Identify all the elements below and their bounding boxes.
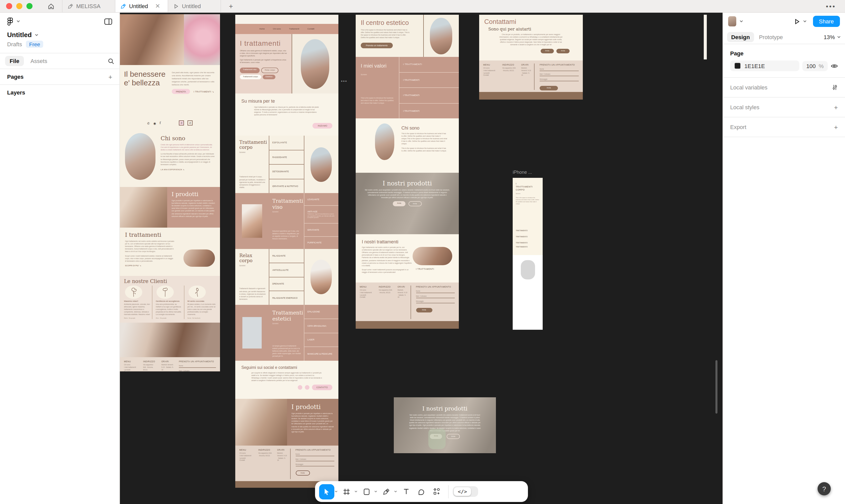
chevron-down-icon[interactable]: [803, 20, 807, 23]
invia-button: Invia: [408, 201, 421, 206]
invia-button: Invia: [295, 470, 310, 475]
top-bar: MELISSA Untitled ✕ Untitled + •••: [0, 0, 845, 13]
move-tool-chevron[interactable]: [334, 490, 338, 493]
plan-badge[interactable]: Free: [26, 41, 43, 48]
estetici-title: Trattamenti estetici: [272, 310, 301, 322]
frame-tool-chevron[interactable]: [354, 490, 358, 493]
frame-contact-page[interactable]: Contattami Sono qui per aiutarti Che sia…: [479, 15, 583, 100]
viso-row: LEVIGANTE: [304, 193, 338, 205]
local-variables-section[interactable]: Local variables: [723, 78, 845, 97]
page-color-input[interactable]: 1E1E1E: [730, 60, 799, 71]
shape-tool[interactable]: [359, 484, 374, 499]
frame-centro-estetico-page[interactable]: Il centro estetico This is the space to …: [356, 15, 459, 329]
frame-options-ellipsis[interactable]: •••: [341, 79, 347, 84]
relax-title: Relax corpo: [239, 253, 265, 264]
trattamenti-link: I TRATTAMENTI: [416, 268, 434, 270]
chi-sono-title: Chi sono: [161, 135, 215, 142]
text-tool[interactable]: [398, 484, 414, 499]
comment-tool[interactable]: [414, 484, 429, 499]
relax-row: RILASSANTE: [269, 249, 304, 263]
file-title[interactable]: Untitled: [0, 30, 120, 39]
variables-sliders-icon[interactable]: [832, 84, 838, 90]
tag-trattamenti-viso: Trattamenti viso: [240, 67, 260, 73]
tab-melissa[interactable]: MELISSA: [62, 0, 115, 12]
share-button[interactable]: Share: [813, 16, 840, 27]
zoom-window-button[interactable]: [26, 3, 33, 9]
corpo-note: Trattamenti mirati per il corpo, pensati…: [239, 176, 266, 189]
scrivimi-link: Scrivimi: [361, 74, 394, 76]
eye-visible-icon[interactable]: [831, 63, 838, 68]
chevron-down-icon[interactable]: [739, 20, 743, 23]
tab-file[interactable]: File: [5, 56, 24, 66]
new-tab-button[interactable]: +: [220, 0, 241, 12]
zoom-menu[interactable]: 13%: [824, 34, 841, 40]
tab-assets[interactable]: Assets: [26, 56, 52, 66]
main-menu-button[interactable]: [7, 17, 20, 26]
invia-button: Invia: [416, 308, 432, 312]
page-opacity-input[interactable]: 100 %: [802, 61, 828, 71]
pages-section-header[interactable]: Pages +: [0, 69, 120, 84]
frame-treatments-page[interactable]: Home Chi sono Trattamenti Contatti I tra…: [235, 15, 338, 488]
frame-iphone[interactable]: I TRATTAMENTI CORPO Scrivimi This is the…: [513, 178, 543, 330]
shape-tool-chevron[interactable]: [374, 490, 378, 493]
pen-tool[interactable]: [379, 484, 394, 499]
pages-label: Pages: [7, 74, 24, 80]
local-styles-section[interactable]: Local styles +: [723, 97, 845, 117]
testimonial-author: Sonia - Da facebook: [187, 317, 216, 319]
iphone-frame-label[interactable]: iPhone ...: [513, 170, 532, 175]
actions-tool[interactable]: [429, 484, 444, 499]
close-tab-icon[interactable]: ✕: [155, 2, 160, 10]
search-button[interactable]: [108, 58, 114, 64]
minimize-window-button[interactable]: [16, 3, 22, 9]
window-menu-button[interactable]: •••: [817, 0, 845, 12]
pen-tool-chevron[interactable]: [394, 490, 397, 493]
instagram-icon: ◉: [153, 121, 156, 125]
toggle-sidebar-button[interactable]: [104, 18, 112, 25]
dev-mode-icon: </>: [454, 487, 471, 496]
canvas-scrollbar[interactable]: [715, 360, 717, 414]
iphone-row: TRATTAMENTO: [516, 240, 540, 246]
close-window-button[interactable]: [6, 3, 12, 9]
corpo-row: ESFOLIANTE: [269, 136, 304, 150]
testimonial-title: Massimo relax!!: [124, 300, 150, 302]
social-circle-icon: [298, 385, 302, 390]
estetici-row: EPILAZIONE: [304, 305, 338, 319]
estetici-row: LASER: [304, 332, 338, 347]
scrivimi-link: Scrivimi: [239, 265, 265, 267]
tab-untitled-prototype[interactable]: Untitled: [168, 0, 220, 12]
valori-row: I TRATTAMENTI: [400, 103, 459, 119]
trattamenti-photo: [183, 250, 215, 267]
move-tool[interactable]: [319, 484, 334, 499]
file-location[interactable]: Drafts: [7, 41, 22, 47]
avatar[interactable]: [728, 16, 736, 26]
tab-prototype[interactable]: Prototype: [755, 32, 787, 42]
prodotti-title: I prodotti: [172, 191, 215, 198]
export-section[interactable]: Export +: [723, 118, 845, 137]
facebook-icon: f: [160, 121, 161, 125]
window-controls[interactable]: [0, 0, 40, 12]
social-circle-icon: [305, 385, 309, 390]
dev-mode-toggle[interactable]: </>: [453, 486, 478, 497]
chi-sono-p2: La mia filosofia si basa sull'ascolto pr…: [161, 153, 215, 166]
testimonial-author: Alice - Da google: [156, 317, 182, 319]
present-play-icon[interactable]: [793, 18, 800, 25]
estetici-note: Un'ampia gamma di trattamenti estetici p…: [272, 345, 301, 358]
tab-design[interactable]: Design: [727, 32, 754, 42]
help-button[interactable]: ?: [817, 482, 831, 496]
frame-grid-icon: [343, 488, 350, 495]
pen-file-icon: [68, 3, 73, 9]
tab-untitled-active[interactable]: Untitled ✕: [115, 0, 168, 12]
left-sidebar: Untitled Drafts Free File Assets Pages +…: [0, 13, 120, 504]
corpo-row: IDRATANTE & NUTRITIVO: [269, 179, 304, 193]
iphone-row: TRATTAMENTO: [516, 234, 540, 240]
valori-note: This is the space to introduce the busin…: [361, 97, 394, 105]
frame-tool[interactable]: [339, 484, 354, 499]
home-button[interactable]: [40, 0, 62, 12]
frame-products-card[interactable]: I nostri prodotti Nel nostro centro, puo…: [394, 397, 496, 453]
color-swatch[interactable]: [734, 62, 741, 69]
add-style-button[interactable]: +: [834, 103, 838, 111]
layers-section-header[interactable]: Layers: [0, 85, 120, 100]
add-export-button[interactable]: +: [834, 123, 838, 131]
add-page-button[interactable]: +: [108, 73, 112, 80]
frame-home-page[interactable]: Il benessere e' bellezza Dai piedi alla …: [120, 14, 220, 372]
